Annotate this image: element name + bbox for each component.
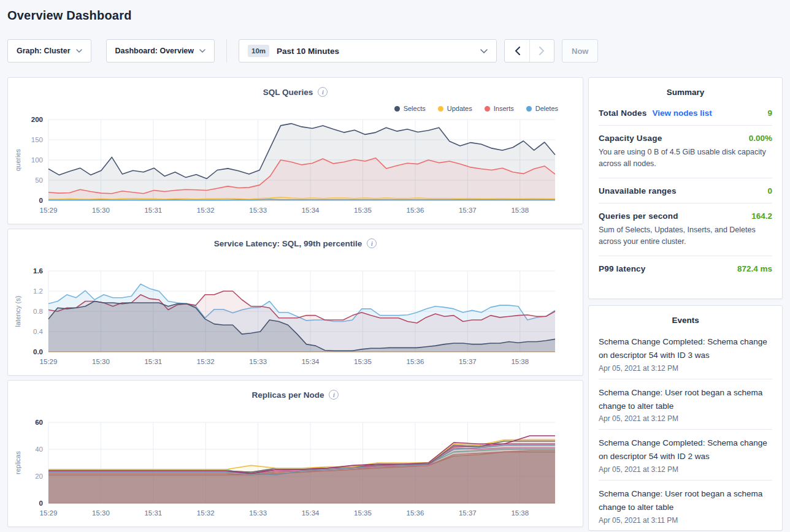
svg-text:15:34: 15:34 [302,358,320,365]
total-nodes-value: 9 [767,108,772,118]
toolbar-divider [226,39,227,63]
legend-label: Deletes [535,105,558,112]
chart-title: Service Latency: SQL, 99th percentile [214,239,362,248]
svg-text:100: 100 [31,156,43,164]
page-title: Overview Dashboard [7,9,783,23]
svg-text:20: 20 [35,473,43,480]
event-item: Schema Change Completed: Schema change o… [599,430,772,481]
legend-dot [438,106,443,112]
event-item: Schema Change: User root began a schema … [599,481,772,531]
svg-text:15:36: 15:36 [407,509,424,517]
info-icon[interactable]: i [367,238,377,248]
chevron-down-icon [480,49,488,53]
svg-text:15:37: 15:37 [459,358,477,365]
chevron-down-icon [76,49,82,53]
graph-scope-dropdown[interactable]: Graph: Cluster [7,39,91,63]
summary-row-total-nodes: Total Nodes View nodes list 9 [599,101,772,126]
svg-text:15:29: 15:29 [40,358,58,365]
capacity-usage-description: You are using 0 B of 4.5 GiB usable disk… [599,146,772,170]
legend-item: Inserts [485,105,514,112]
legend-item: Deletes [526,105,558,112]
chart-title: SQL Queries [263,88,313,97]
summary-panel: Summary Total Nodes View nodes list 9 Ca… [588,77,783,299]
svg-text:15:36: 15:36 [407,207,424,214]
summary-title: Summary [599,78,772,101]
svg-text:50: 50 [35,177,43,184]
time-range-badge: 10m [248,45,269,57]
svg-text:0: 0 [39,197,43,204]
side-column: Summary Total Nodes View nodes list 9 Ca… [588,77,783,531]
event-item: Schema Change Completed: Schema change o… [599,329,772,379]
unavailable-ranges-label: Unavailable ranges [599,186,677,196]
svg-text:15:35: 15:35 [354,509,372,517]
dashboard-content: SQL Queries i SelectsUpdatesInsertsDelet… [7,77,783,531]
svg-text:200: 200 [31,116,43,123]
service-latency-chart[interactable]: 15:2915:3015:3115:3215:3315:3415:3515:36… [9,264,587,373]
svg-text:15:29: 15:29 [40,207,58,214]
charts-column: SQL Queries i SelectsUpdatesInsertsDelet… [7,77,583,531]
overview-dashboard-page: Overview Dashboard Graph: Cluster Dashbo… [0,0,790,531]
svg-text:15:30: 15:30 [92,207,110,214]
view-nodes-list-link[interactable]: View nodes list [653,108,712,118]
sql-queries-chart-card: SQL Queries i SelectsUpdatesInsertsDelet… [7,77,583,224]
event-timestamp: Apr 05, 2021 at 3:12 PM [599,364,772,373]
replicas-per-node-chart-card: Replicas per Node i 15:2915:3015:3115:32… [7,380,583,527]
chart-title: Replicas per Node [252,390,324,400]
legend-label: Updates [447,105,472,112]
svg-text:replicas: replicas [14,451,21,474]
svg-text:15:30: 15:30 [92,358,110,365]
svg-text:15:37: 15:37 [459,509,477,517]
sql-queries-chart[interactable]: 15:2915:3015:3115:3215:3315:3415:3515:36… [9,112,587,221]
svg-text:0.4: 0.4 [33,328,44,335]
time-step-arrows [504,39,554,63]
dashboard-dropdown-label: Dashboard: Overview [115,47,194,55]
svg-text:15:36: 15:36 [407,358,424,365]
now-button[interactable]: Now [562,39,598,63]
summary-row-capacity: Capacity Usage 0.00% You are using 0 B o… [599,126,772,178]
svg-text:15:31: 15:31 [144,509,162,517]
svg-text:15:31: 15:31 [144,358,162,365]
unavailable-ranges-value: 0 [767,186,772,196]
svg-text:15:35: 15:35 [354,207,372,214]
svg-text:15:38: 15:38 [511,358,529,365]
svg-text:15:29: 15:29 [40,509,58,517]
time-step-back-button[interactable] [505,40,529,62]
info-icon[interactable]: i [329,390,339,400]
service-latency-chart-card: Service Latency: SQL, 99th percentile i … [7,229,583,376]
event-timestamp: Apr 05, 2021 at 3:12 PM [599,414,772,423]
events-panel: Events Schema Change Completed: Schema c… [588,305,783,531]
svg-text:15:33: 15:33 [249,509,267,517]
svg-text:15:33: 15:33 [249,207,267,214]
info-icon[interactable]: i [318,87,328,97]
sql-queries-legend: SelectsUpdatesInsertsDeletes [394,105,558,112]
legend-dot [526,106,532,112]
replicas-per-node-chart[interactable]: 15:2915:3015:3115:3215:3315:3415:3515:36… [9,415,587,524]
p99-latency-value: 872.4 ms [737,264,772,273]
svg-text:0.8: 0.8 [33,308,43,315]
svg-text:15:38: 15:38 [511,509,529,517]
dashboard-dropdown[interactable]: Dashboard: Overview [106,39,215,63]
summary-row-qps: Queries per second 164.2 Sum of Selects,… [599,203,772,256]
events-title: Events [599,306,772,329]
svg-text:60: 60 [35,419,43,426]
svg-text:15:32: 15:32 [197,509,215,517]
chevron-down-icon [199,49,205,53]
summary-row-unavailable-ranges: Unavailable ranges 0 [599,178,772,203]
legend-dot [394,106,400,112]
qps-value: 164.2 [751,211,772,221]
event-message: Schema Change: User root began a schema … [599,487,772,514]
legend-item: Selects [394,105,426,112]
graph-scope-label: Graph: Cluster [17,47,71,55]
qps-description: Sum of Selects, Updates, Inserts, and De… [599,224,772,248]
svg-text:15:38: 15:38 [511,207,529,214]
event-timestamp: Apr 05, 2021 at 3:12 PM [599,465,772,474]
svg-text:40: 40 [35,446,43,453]
time-range-picker[interactable]: 10m Past 10 Minutes [239,39,497,63]
dashboard-toolbar: Graph: Cluster Dashboard: Overview 10m P… [7,39,783,63]
qps-label: Queries per second [599,211,678,221]
time-step-forward-button[interactable] [529,40,554,62]
summary-row-p99: P99 latency 872.4 ms [599,256,772,281]
total-nodes-label: Total Nodes [599,108,646,118]
svg-text:1.2: 1.2 [33,287,43,295]
capacity-usage-label: Capacity Usage [599,134,662,143]
